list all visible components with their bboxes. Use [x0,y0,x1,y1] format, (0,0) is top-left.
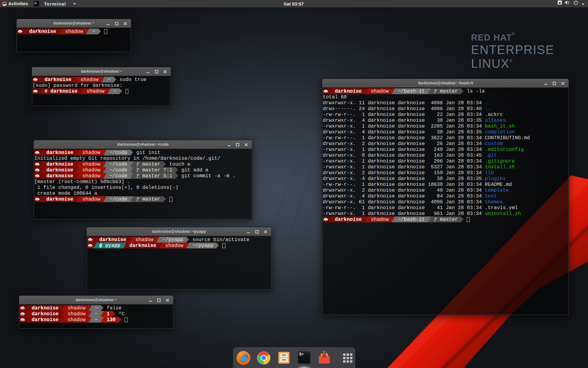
svg-text:$>: $> [35,2,38,5]
svg-text:$>: $> [299,352,303,357]
